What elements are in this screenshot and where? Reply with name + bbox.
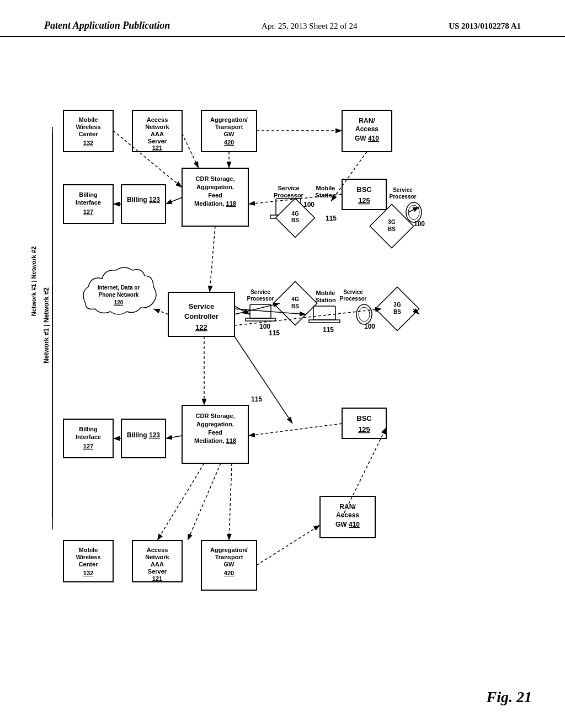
svg-text:122: 122 <box>195 323 207 331</box>
svg-text:420: 420 <box>224 139 234 146</box>
svg-text:Transport: Transport <box>215 124 243 130</box>
svg-line-106 <box>182 133 199 168</box>
svg-text:Mobile: Mobile <box>316 290 335 296</box>
svg-text:AAA: AAA <box>151 131 164 137</box>
svg-text:127: 127 <box>83 208 93 215</box>
svg-line-119 <box>166 436 182 438</box>
svg-text:Network #1 | Network #2: Network #1 | Network #2 <box>30 247 37 317</box>
svg-text:125: 125 <box>358 425 370 433</box>
network-label: Network #1 | Network #2 <box>42 287 50 363</box>
svg-text:Mobile: Mobile <box>316 185 335 191</box>
page-header: Patent Application Publication Apr. 25, … <box>0 0 565 37</box>
svg-text:Center: Center <box>79 561 99 568</box>
svg-text:Interface: Interface <box>76 199 101 206</box>
svg-text:Processor: Processor <box>247 296 274 302</box>
svg-text:3G: 3G <box>393 302 401 308</box>
billing-top-box <box>121 185 166 223</box>
svg-line-112 <box>234 303 280 314</box>
figure-label: Fig. 21 <box>487 688 532 706</box>
svg-rect-68 <box>309 320 340 323</box>
svg-text:115: 115 <box>326 215 337 222</box>
svg-line-110 <box>210 226 215 292</box>
svg-text:BS: BS <box>388 226 396 232</box>
svg-text:Processor: Processor <box>390 194 417 200</box>
svg-line-108 <box>166 197 182 204</box>
svg-text:125: 125 <box>358 196 370 205</box>
page: Patent Application Publication Apr. 25, … <box>0 0 565 728</box>
svg-text:CDR Storage,: CDR Storage, <box>196 413 235 419</box>
svg-text:CDR Storage,: CDR Storage, <box>196 175 235 182</box>
svg-text:Feed: Feed <box>208 429 222 436</box>
header-center: Apr. 25, 2013 Sheet 22 of 24 <box>262 22 357 31</box>
svg-text:Controller: Controller <box>184 312 218 320</box>
svg-line-118 <box>248 424 342 436</box>
svg-text:Station: Station <box>315 192 336 199</box>
svg-text:115: 115 <box>251 395 262 403</box>
svg-text:RAN/: RAN/ <box>359 117 375 125</box>
svg-text:100: 100 <box>303 201 315 208</box>
svg-text:Feed: Feed <box>208 192 222 199</box>
svg-text:Service: Service <box>343 289 363 295</box>
svg-line-122 <box>157 463 204 540</box>
svg-text:100: 100 <box>364 323 375 330</box>
svg-text:121: 121 <box>152 575 162 582</box>
svg-text:Wireless: Wireless <box>76 124 100 130</box>
svg-text:4G: 4G <box>291 296 299 302</box>
svg-text:GW: GW <box>224 131 235 137</box>
svg-text:Service: Service <box>393 187 413 193</box>
svg-text:Server: Server <box>148 138 167 144</box>
svg-line-111 <box>153 309 168 314</box>
svg-text:115: 115 <box>323 326 334 334</box>
svg-text:Mediation, 118: Mediation, 118 <box>194 437 236 444</box>
svg-text:4G: 4G <box>291 211 299 217</box>
svg-text:Access: Access <box>147 116 168 123</box>
svg-text:Interface: Interface <box>76 433 101 440</box>
svg-point-60 <box>359 307 370 322</box>
svg-text:Server: Server <box>148 568 167 575</box>
svg-line-124 <box>229 463 232 540</box>
svg-text:132: 132 <box>83 140 93 146</box>
svg-text:Aggregation/: Aggregation/ <box>210 116 248 123</box>
svg-text:BS: BS <box>393 309 401 315</box>
internet-cloud: Internet, Data or Phone Network 120 <box>83 267 156 314</box>
svg-text:115: 115 <box>269 329 280 337</box>
svg-text:Service: Service <box>250 289 270 295</box>
svg-text:100: 100 <box>414 220 425 228</box>
svg-text:Access: Access <box>147 547 168 553</box>
svg-text:Access: Access <box>355 125 379 133</box>
3g-bs-top-diamond: 3G BS <box>370 204 413 248</box>
diagram-svg: Network #1 | Network #2 Mobile Wireless … <box>0 44 565 717</box>
svg-text:Service: Service <box>189 302 214 311</box>
svg-text:Internet, Data or: Internet, Data or <box>98 285 140 291</box>
svg-text:Billing: Billing <box>79 191 98 198</box>
svg-text:Processor: Processor <box>340 296 367 302</box>
svg-text:Access: Access <box>336 511 359 519</box>
3g-bs-mid-diamond: 3G BS <box>375 287 419 330</box>
svg-text:BSC: BSC <box>356 185 372 194</box>
svg-text:Station: Station <box>315 297 336 303</box>
svg-text:BS: BS <box>291 217 299 223</box>
svg-text:AAA: AAA <box>151 561 164 568</box>
svg-text:Network: Network <box>145 554 169 560</box>
svg-text:Service: Service <box>278 185 299 191</box>
svg-text:Billing 123: Billing 123 <box>127 196 160 204</box>
svg-text:BSC: BSC <box>356 414 372 422</box>
svg-text:GW: GW <box>224 561 235 568</box>
svg-text:Aggregation,: Aggregation, <box>196 421 234 427</box>
svg-line-123 <box>188 463 221 540</box>
bsc-top-box <box>342 179 386 210</box>
header-right: US 2013/0102278 A1 <box>449 22 521 31</box>
svg-text:Transport: Transport <box>215 554 243 560</box>
header-left: Patent Application Publication <box>44 20 170 31</box>
svg-text:127: 127 <box>83 443 93 449</box>
svg-text:RAN/: RAN/ <box>339 503 356 511</box>
svg-rect-73 <box>246 318 275 321</box>
svg-text:121: 121 <box>152 144 162 151</box>
svg-text:Mobile: Mobile <box>79 116 98 123</box>
svg-text:GW 410: GW 410 <box>335 521 360 528</box>
svg-text:Mediation, 118: Mediation, 118 <box>194 200 236 207</box>
svg-text:120: 120 <box>114 299 124 306</box>
svg-text:Network: Network <box>145 124 169 130</box>
svg-text:Billing 123: Billing 123 <box>127 431 160 439</box>
bsc-bot-box <box>342 408 386 438</box>
